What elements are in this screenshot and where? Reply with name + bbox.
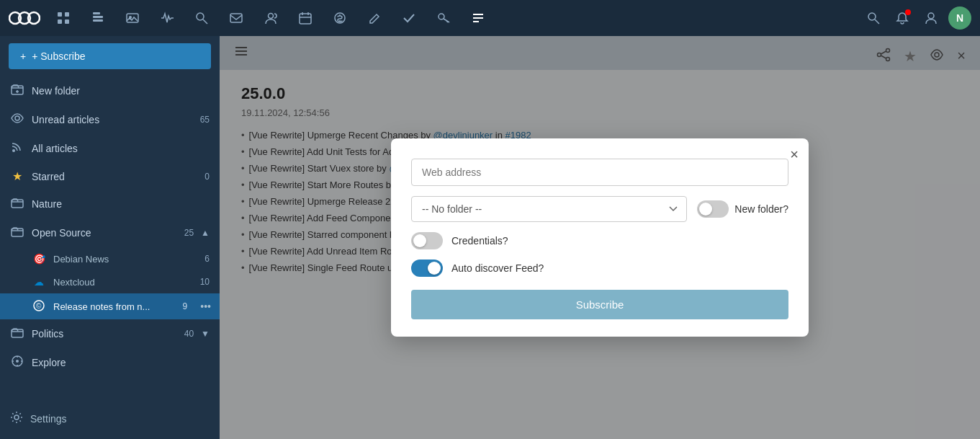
topbar: N	[0, 0, 980, 36]
auto-discover-row: Auto discover Feed?	[411, 260, 788, 277]
svg-rect-10	[127, 14, 138, 22]
svg-rect-8	[93, 16, 103, 18]
new-folder-row: New folder?	[697, 200, 788, 218]
files-icon[interactable]	[86, 6, 109, 30]
modal-folder-row: -- No folder -- New folder?	[411, 196, 788, 222]
credentials-row: Credentials?	[411, 232, 788, 249]
app-logo[interactable]	[9, 7, 40, 29]
svg-rect-14	[230, 14, 242, 22]
contacts-icon[interactable]	[259, 6, 282, 30]
web-address-input[interactable]	[411, 159, 788, 186]
check-icon[interactable]	[397, 6, 421, 30]
sidebar-item-settings[interactable]: Settings	[0, 405, 220, 432]
debian-icon: 🎯	[32, 253, 46, 265]
svg-point-25	[868, 13, 876, 20]
sidebar-item-new-folder[interactable]: New folder	[0, 76, 220, 105]
new-folder-toggle[interactable]	[697, 200, 729, 218]
sidebar-sub-item-release-notes[interactable]: © Release notes from n... 9 •••	[0, 293, 220, 319]
svg-line-13	[203, 19, 207, 24]
svg-point-21	[439, 14, 444, 19]
sidebar: + + Subscribe New folder Unread articles…	[0, 36, 220, 439]
sidebar-sub-item-debian[interactable]: 🎯 Debian News 6	[0, 247, 220, 270]
bell-icon[interactable]	[891, 6, 914, 30]
search-topbar-icon[interactable]	[190, 6, 213, 30]
chevron-down-icon: ▼	[201, 329, 210, 339]
folder-politics-icon	[10, 326, 24, 342]
mail-icon[interactable]	[225, 6, 248, 30]
svg-point-44	[14, 415, 19, 420]
svg-point-32	[12, 149, 15, 152]
svg-point-39	[16, 360, 19, 363]
sidebar-item-all[interactable]: All articles	[0, 134, 220, 163]
svg-point-15	[269, 14, 274, 19]
svg-point-27	[928, 13, 934, 19]
calendar-icon[interactable]	[294, 6, 317, 30]
money-icon[interactable]	[328, 6, 351, 30]
explore-icon	[10, 355, 24, 371]
settings-icon	[10, 411, 23, 426]
auto-discover-label: Auto discover Feed?	[451, 262, 544, 274]
plus-icon: +	[20, 50, 26, 62]
subscribe-button[interactable]: + + Subscribe	[9, 43, 211, 69]
modal-overlay[interactable]: × -- No folder -- New folder?	[220, 36, 980, 439]
sidebar-section-main: New folder Unread articles 65 All articl…	[0, 76, 220, 377]
svg-rect-9	[93, 19, 103, 22]
credentials-toggle[interactable]	[411, 232, 443, 249]
sidebar-item-politics[interactable]: Politics 40 ▼	[0, 319, 220, 348]
key-icon[interactable]	[432, 6, 455, 30]
sidebar-item-explore[interactable]: Explore	[0, 348, 220, 377]
subscribe-modal: × -- No folder -- New folder?	[391, 138, 809, 337]
folder-open-source-icon	[10, 225, 24, 241]
release-notes-icon: ©	[32, 300, 46, 314]
grid-icon[interactable]	[52, 6, 75, 30]
sidebar-item-starred[interactable]: ★ Starred 0	[0, 163, 220, 190]
folder-select[interactable]: -- No folder --	[411, 196, 687, 222]
content-area: ★ × 25.0.0 19.11.2024, 12:54:56 [Vue Rew…	[220, 36, 980, 439]
svg-rect-6	[65, 19, 69, 24]
more-options-icon[interactable]: •••	[197, 299, 214, 314]
photos-icon[interactable]	[121, 6, 144, 30]
modal-subscribe-button[interactable]: Subscribe	[411, 290, 788, 319]
nextcloud-icon: ☁	[32, 276, 46, 288]
svg-point-31	[15, 116, 19, 120]
auto-discover-knob	[428, 262, 441, 275]
search-right-icon[interactable]	[862, 6, 885, 30]
eye-sidebar-icon	[10, 112, 24, 128]
toggle-knob	[699, 203, 712, 216]
svg-line-26	[875, 19, 879, 24]
credentials-label: Credentials?	[451, 235, 508, 247]
folder-nature-icon	[10, 196, 24, 212]
svg-rect-16	[300, 14, 311, 24]
svg-text:©: ©	[36, 302, 42, 310]
svg-rect-7	[93, 12, 100, 14]
sidebar-sub-item-nextcloud[interactable]: ☁ Nextcloud 10	[0, 270, 220, 293]
svg-rect-4	[65, 12, 69, 17]
sidebar-item-open-source[interactable]: Open Source 25 ▲	[0, 218, 220, 247]
svg-point-12	[197, 13, 204, 20]
avatar[interactable]: N	[948, 6, 971, 30]
main-area: + + Subscribe New folder Unread articles…	[0, 36, 980, 439]
folder-new-icon	[10, 83, 24, 99]
modal-close-button[interactable]: ×	[790, 147, 799, 161]
edit-icon[interactable]	[363, 6, 386, 30]
topbar-right: N	[862, 6, 971, 30]
sidebar-item-nature[interactable]: Nature	[0, 190, 220, 218]
svg-rect-3	[58, 12, 62, 17]
credentials-knob	[413, 234, 426, 247]
svg-rect-5	[58, 19, 62, 24]
news-icon[interactable]	[467, 6, 490, 30]
new-folder-label: New folder?	[734, 203, 788, 215]
user-icon[interactable]	[920, 6, 943, 30]
rss-icon	[10, 141, 24, 156]
auto-discover-toggle[interactable]	[411, 260, 443, 277]
sidebar-item-unread[interactable]: Unread articles 65	[0, 105, 220, 134]
chevron-up-icon: ▲	[201, 228, 210, 238]
star-sidebar-icon: ★	[10, 169, 24, 183]
activity-icon[interactable]	[156, 6, 179, 30]
